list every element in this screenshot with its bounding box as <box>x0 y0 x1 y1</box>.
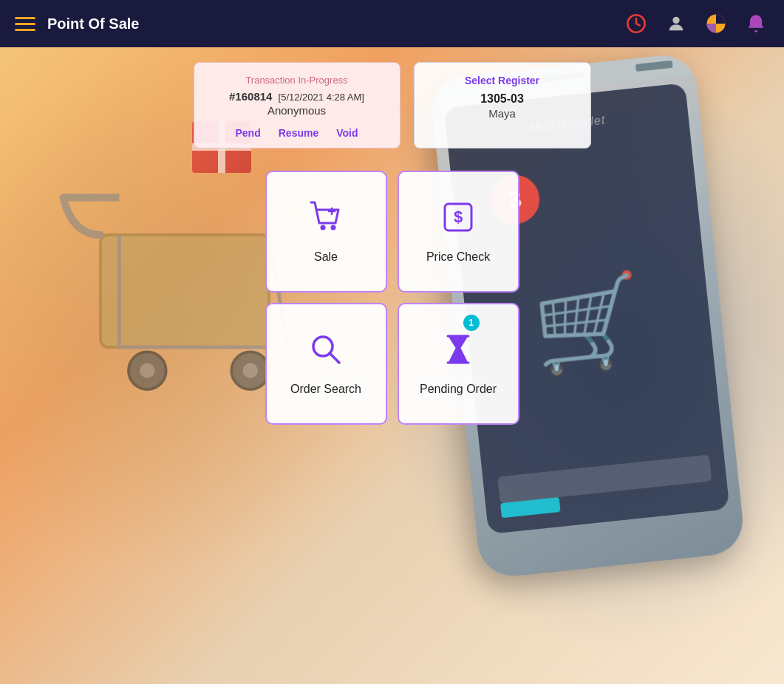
price-check-button[interactable]: $ Price Check <box>398 171 519 293</box>
transaction-label: Transaction In-Progress <box>245 75 347 86</box>
register-id: 1305-03 <box>480 92 524 106</box>
hamburger-line-3 <box>15 29 35 31</box>
transaction-id: #160814 [5/12/2021 4:28 AM] <box>229 90 364 103</box>
cart-plus-svg <box>307 198 345 236</box>
clock-svg <box>626 13 647 34</box>
register-card: Select Register 1305-03 Maya <box>414 62 591 148</box>
sale-button[interactable]: Sale <box>265 171 387 293</box>
price-check-label: Price Check <box>426 250 490 265</box>
cards-row: Transaction In-Progress #160814 [5/12/20… <box>194 62 591 148</box>
transaction-name: Anonymous <box>267 104 326 117</box>
pending-badge: 1 <box>463 315 480 331</box>
svg-point-9 <box>672 17 679 24</box>
clock-icon[interactable] <box>623 10 650 37</box>
transaction-actions: Pend Resume Void <box>236 127 358 139</box>
hourglass-svg <box>439 330 477 369</box>
svg-point-12 <box>331 225 336 230</box>
user-svg <box>666 13 686 34</box>
order-search-label: Order Search <box>290 382 361 397</box>
pending-order-icon <box>439 330 477 375</box>
pend-button[interactable]: Pend <box>236 127 261 139</box>
search-svg <box>307 330 345 369</box>
void-button[interactable]: Void <box>336 127 358 139</box>
order-search-button[interactable]: Order Search <box>265 303 387 425</box>
svg-point-11 <box>321 225 326 230</box>
register-label: Select Register <box>465 75 539 86</box>
hamburger-line-1 <box>15 17 35 19</box>
transaction-card: Transaction In-Progress #160814 [5/12/20… <box>194 62 400 148</box>
trans-date: [5/12/2021 4:28 AM] <box>279 92 364 103</box>
chart-icon[interactable] <box>703 10 729 37</box>
register-name: Maya <box>488 107 516 120</box>
actions-grid: Sale $ Price Check Order Search <box>265 171 519 425</box>
order-search-icon <box>307 330 345 375</box>
svg-text:$: $ <box>454 208 463 226</box>
sale-icon <box>307 198 345 242</box>
user-icon[interactable] <box>663 10 689 37</box>
pending-order-label: Pending Order <box>420 382 497 397</box>
pending-order-button[interactable]: 1 Pending Order <box>398 303 519 425</box>
price-check-icon: $ <box>439 198 477 242</box>
sale-label: Sale <box>314 250 338 265</box>
hamburger-line-2 <box>15 23 35 25</box>
dollar-square-svg: $ <box>439 198 477 236</box>
bell-icon[interactable] <box>743 10 769 37</box>
topbar-icons <box>623 10 769 37</box>
topbar: Point Of Sale <box>0 0 784 47</box>
app-title: Point Of Sale <box>47 16 623 33</box>
svg-line-16 <box>330 353 339 363</box>
chart-svg <box>705 13 727 35</box>
menu-button[interactable] <box>15 17 35 31</box>
bell-svg <box>746 13 766 34</box>
main-content: Transaction In-Progress #160814 [5/12/20… <box>0 47 784 684</box>
resume-button[interactable]: Resume <box>279 127 318 139</box>
trans-id-number: #160814 <box>229 90 272 103</box>
